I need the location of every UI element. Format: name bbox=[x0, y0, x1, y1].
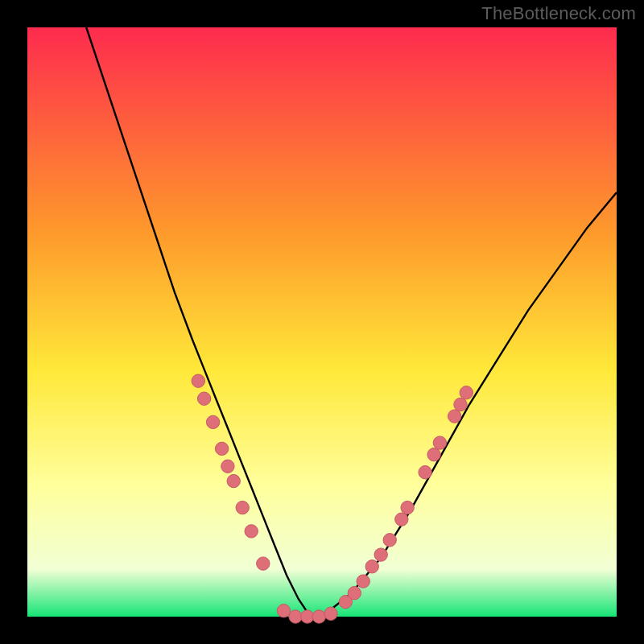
curve-marker bbox=[448, 410, 461, 423]
curve-marker bbox=[454, 398, 467, 411]
curve-marker bbox=[312, 610, 325, 623]
curve-marker bbox=[419, 466, 431, 479]
curve-marker bbox=[277, 605, 290, 617]
curve-marker bbox=[289, 610, 302, 623]
curve-marker bbox=[257, 557, 270, 570]
curve-marker bbox=[221, 460, 234, 473]
curve-marker bbox=[348, 587, 361, 600]
curve-marker bbox=[192, 374, 204, 387]
curve-marker bbox=[401, 501, 414, 514]
curve-marker bbox=[227, 474, 240, 487]
curve-marker bbox=[301, 610, 314, 623]
curve-marker bbox=[427, 448, 440, 461]
curve-marker bbox=[433, 436, 446, 449]
curve-marker bbox=[395, 513, 408, 526]
curve-marker bbox=[324, 607, 337, 620]
watermark-text: TheBottleneck.com bbox=[481, 3, 636, 24]
chart-container: TheBottleneck.com bbox=[0, 0, 644, 644]
curve-marker bbox=[236, 501, 249, 514]
bottleneck-chart bbox=[0, 0, 644, 644]
curve-marker bbox=[460, 386, 473, 399]
curve-marker bbox=[383, 534, 396, 547]
curve-marker bbox=[245, 525, 258, 538]
curve-marker bbox=[357, 575, 369, 588]
curve-marker bbox=[197, 392, 210, 405]
curve-marker bbox=[365, 560, 378, 573]
curve-marker bbox=[374, 548, 387, 561]
curve-marker bbox=[215, 442, 228, 455]
curve-marker bbox=[206, 415, 219, 428]
